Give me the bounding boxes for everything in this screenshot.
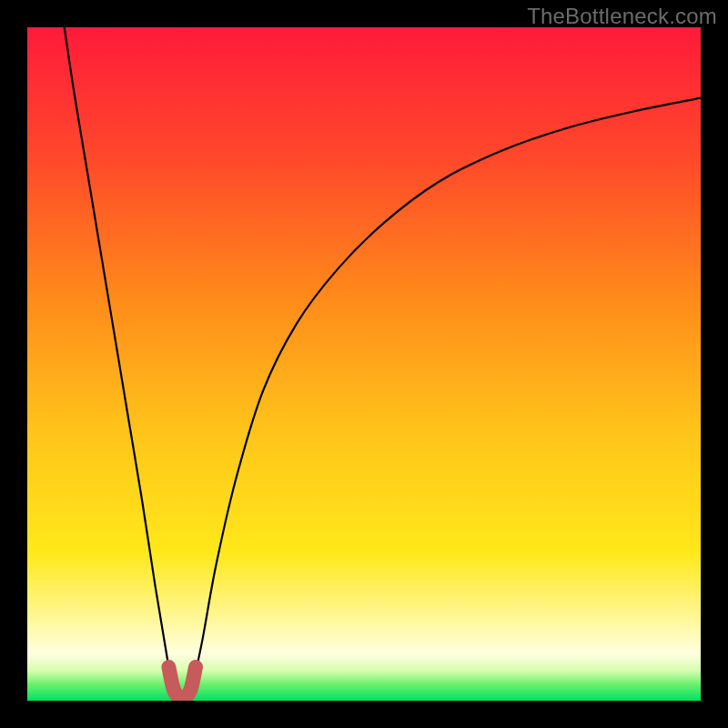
chart-frame: TheBottleneck.com bbox=[0, 0, 728, 728]
plot-area bbox=[27, 27, 701, 701]
gradient-background bbox=[27, 27, 701, 701]
chart-svg bbox=[27, 27, 701, 701]
watermark-text: TheBottleneck.com bbox=[527, 4, 717, 29]
